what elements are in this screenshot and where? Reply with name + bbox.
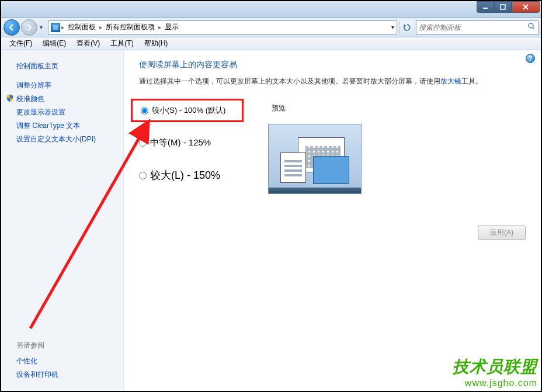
menu-edit[interactable]: 编辑(E)	[38, 37, 71, 50]
option-small[interactable]: 较小(S) - 100% (默认)	[141, 105, 225, 116]
svg-rect-2	[53, 25, 58, 30]
radio-small[interactable]	[141, 107, 148, 115]
sidebar-seealso-heading: 另请参阅	[8, 339, 116, 352]
sidebar-seealso-personalization[interactable]: 个性化	[8, 355, 116, 368]
apply-button[interactable]: 应用(A)	[478, 226, 526, 240]
option-small-label: 较小(S) - 100% (默认)	[152, 105, 225, 116]
svg-line-4	[533, 27, 534, 29]
sidebar-home-link[interactable]: 控制面板主页	[8, 60, 116, 73]
option-medium[interactable]: 中等(M) - 125%	[139, 137, 227, 148]
search-icon	[527, 22, 536, 32]
close-button[interactable]	[512, 1, 540, 13]
breadcrumb-item[interactable]: 显示	[162, 22, 181, 32]
nav-arrows: ▼	[4, 19, 46, 36]
breadcrumb-item[interactable]: 所有控制面板项	[103, 22, 157, 32]
preview-image	[268, 124, 362, 194]
refresh-button[interactable]	[399, 21, 414, 34]
breadcrumb-dropdown-icon[interactable]: ▾	[391, 24, 394, 30]
sidebar-seealso-devices[interactable]: 设备和打印机	[8, 368, 116, 381]
content-area: 控制面板主页 调整分辨率 校准颜色 更改显示器设置 调整 ClearType 文…	[1, 50, 541, 391]
page-description: 通过选择其中一个选项，可以更改屏幕上的文本大小以及其他项。若要暂时放大部分屏幕，…	[139, 76, 526, 87]
nav-history-dropdown[interactable]: ▼	[39, 25, 46, 30]
search-box[interactable]	[416, 20, 538, 34]
page-title: 使阅读屏幕上的内容更容易	[139, 60, 526, 70]
breadcrumb-sep-icon: ▸	[61, 24, 64, 30]
svg-rect-0	[483, 8, 488, 9]
sidebar-item-custom-dpi[interactable]: 设置自定义文本大小(DPI)	[8, 133, 116, 146]
sidebar-item-display-settings[interactable]: 更改显示器设置	[8, 106, 116, 119]
breadcrumb[interactable]: ▸ 控制面板 ▸ 所有控制面板项 ▸ 显示 ▾	[48, 20, 397, 34]
main-panel: ? 使阅读屏幕上的内容更容易 通过选择其中一个选项，可以更改屏幕上的文本大小以及…	[124, 50, 541, 391]
annotation-highlight: 较小(S) - 100% (默认)	[131, 99, 244, 122]
size-options: 较小(S) - 100% (默认) 中等(M) - 125% 较大(L) - 1…	[139, 103, 227, 194]
svg-rect-1	[501, 5, 505, 9]
option-medium-label: 中等(M) - 125%	[150, 137, 211, 148]
preview-label: 预览	[268, 103, 362, 113]
control-panel-icon	[51, 23, 60, 32]
radio-medium[interactable]	[139, 139, 147, 147]
help-icon[interactable]: ?	[526, 54, 535, 63]
breadcrumb-sep-icon: ▸	[158, 24, 161, 30]
shield-icon	[6, 94, 14, 102]
sidebar-item-cleartype[interactable]: 调整 ClearType 文本	[8, 119, 116, 133]
sidebar: 控制面板主页 调整分辨率 校准颜色 更改显示器设置 调整 ClearType 文…	[1, 50, 124, 391]
option-large[interactable]: 较大(L) - 150%	[139, 168, 227, 182]
breadcrumb-item[interactable]: 控制面板	[65, 22, 98, 32]
sidebar-item-resolution[interactable]: 调整分辨率	[8, 79, 116, 92]
window-titlebar	[1, 1, 541, 18]
option-large-label: 较大(L) - 150%	[150, 168, 220, 182]
svg-point-3	[529, 23, 533, 28]
minimize-button[interactable]	[477, 1, 494, 13]
breadcrumb-sep-icon: ▸	[99, 24, 102, 30]
maximize-button[interactable]	[494, 1, 512, 13]
back-button[interactable]	[4, 19, 20, 36]
search-input[interactable]	[419, 23, 527, 32]
window-controls	[477, 1, 540, 13]
magnifier-link[interactable]: 放大镜	[440, 77, 461, 85]
sidebar-item-calibrate-color[interactable]: 校准颜色	[8, 92, 116, 106]
menu-view[interactable]: 查看(V)	[72, 37, 105, 50]
menu-bar: 文件(F) 编辑(E) 查看(V) 工具(T) 帮助(H)	[1, 37, 541, 50]
menu-help[interactable]: 帮助(H)	[140, 37, 173, 50]
radio-large[interactable]	[139, 172, 147, 179]
forward-button[interactable]	[21, 19, 37, 36]
preview-column: 预览	[268, 103, 362, 194]
menu-tools[interactable]: 工具(T)	[106, 37, 138, 50]
navigation-bar: ▼ ▸ 控制面板 ▸ 所有控制面板项 ▸ 显示 ▾	[1, 18, 541, 37]
menu-file[interactable]: 文件(F)	[5, 37, 37, 50]
